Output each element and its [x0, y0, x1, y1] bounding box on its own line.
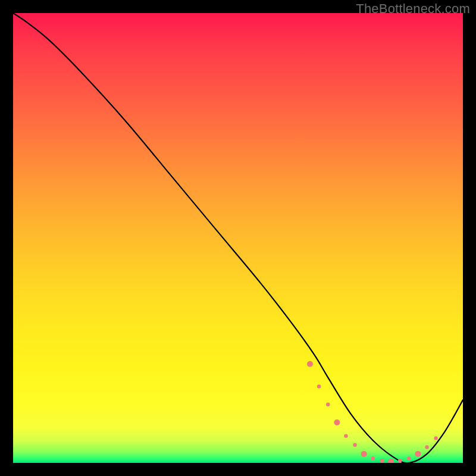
bottleneck-curve [13, 13, 463, 463]
valley-marker [361, 451, 367, 457]
valley-marker [326, 403, 330, 406]
valley-marker [415, 451, 421, 457]
chart-stage: TheBottleneck.com [0, 0, 476, 476]
valley-marker [371, 456, 375, 460]
valley-marker [353, 443, 356, 447]
valley-marker [398, 459, 402, 462]
curve-svg [13, 13, 463, 463]
valley-marker [380, 459, 384, 462]
valley-marker [425, 445, 428, 449]
valley-marker [407, 456, 411, 460]
valley-marker [388, 459, 394, 463]
valley-marker [334, 419, 340, 425]
valley-marker [317, 384, 321, 388]
valley-marker [307, 361, 313, 367]
watermark-text: TheBottleneck.com [356, 1, 470, 17]
valley-marker [344, 434, 347, 437]
plot-area [13, 13, 463, 463]
valley-marker [434, 436, 437, 440]
